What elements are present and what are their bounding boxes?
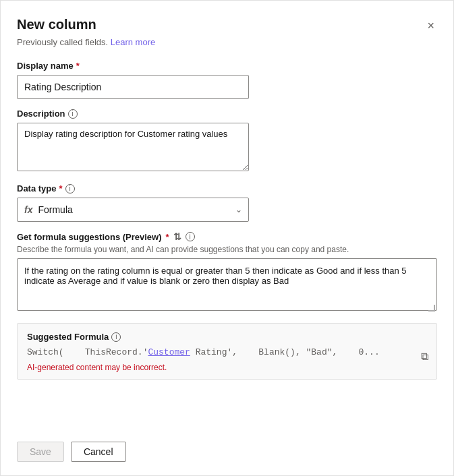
close-button[interactable]: × [424, 17, 437, 34]
formula-suggestions-required-star: * [166, 232, 169, 242]
learn-more-link[interactable]: Learn more [111, 37, 155, 47]
description-info-icon: i [68, 109, 78, 119]
formula-suggestions-header: Get formula suggestions (Preview) * ⇅ i [17, 231, 437, 242]
refresh-icon[interactable]: ⇅ [173, 231, 181, 242]
copy-button[interactable]: ⧉ [420, 349, 430, 364]
formula-suggestions-section: Get formula suggestions (Preview) * ⇅ i … [17, 231, 437, 314]
suggested-formula-section: Suggested Formula i Switch( ThisRecord.'… [17, 323, 437, 380]
display-name-input[interactable] [17, 75, 249, 99]
fx-icon: fx [24, 204, 32, 215]
dialog-footer: Save Cancel [17, 442, 437, 462]
required-star: * [76, 61, 80, 71]
resize-handle[interactable] [428, 305, 435, 311]
data-type-required-star: * [59, 183, 63, 194]
save-button[interactable]: Save [17, 442, 64, 462]
customer-link[interactable]: Customer [148, 347, 190, 357]
description-label: Description i [17, 109, 437, 119]
formula-suggestions-label: Get formula suggestions (Preview) [17, 232, 162, 242]
display-name-label: Display name * [17, 61, 437, 71]
data-type-value: Formula [38, 204, 72, 215]
data-type-select-wrapper: fx Formula ⌄ [17, 198, 249, 222]
formula-textarea-wrapper: If the rating on the rating column is eq… [17, 258, 437, 314]
new-column-dialog: New column × Previously called fields. L… [0, 0, 454, 476]
formula-hint: Describe the formula you want, and AI ca… [17, 245, 437, 254]
cancel-button[interactable]: Cancel [71, 442, 126, 462]
main-content: Display name * Description i Display rat… [17, 61, 437, 429]
dialog-title: New column [17, 17, 96, 32]
subtitle-text: Previously called fields. [17, 37, 108, 47]
description-section: Description i Display rating description… [17, 109, 437, 174]
suggested-formula-info-icon: i [111, 332, 121, 342]
data-type-info-icon: i [65, 184, 75, 194]
data-type-select[interactable]: fx Formula [17, 198, 249, 222]
formula-suggestions-input[interactable]: If the rating on the rating column is eq… [17, 258, 437, 311]
data-type-section: Data type * i fx Formula ⌄ [17, 183, 437, 222]
description-input[interactable]: Display rating description for Customer … [17, 123, 249, 171]
dialog-subtitle: Previously called fields. Learn more [17, 37, 437, 47]
ai-warning-text: AI-generated content may be incorrect. [27, 363, 427, 372]
suggested-formula-text: Switch( ThisRecord.'Customer Rating', Bl… [27, 347, 427, 357]
display-name-section: Display name * [17, 61, 437, 99]
dialog-header: New column × [17, 17, 437, 34]
data-type-label: Data type * i [17, 183, 437, 194]
formula-suggestions-info-icon: i [186, 232, 195, 241]
suggested-formula-header: Suggested Formula i [27, 332, 427, 342]
